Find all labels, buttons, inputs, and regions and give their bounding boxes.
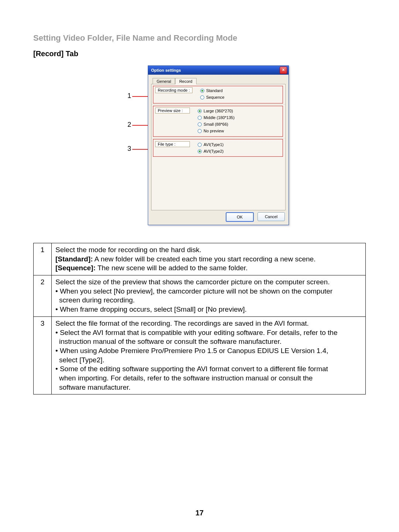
table-row: 3 Select the file format of the recordin…: [34, 316, 366, 394]
table-row: 1 Select the mode for recording on the h…: [34, 243, 366, 275]
group-preview-size: Preview size : Large (360*270) Middle (1…: [151, 105, 285, 138]
dialog-titlebar: Option settings ×: [148, 66, 289, 75]
tab-general[interactable]: General: [153, 78, 175, 84]
option-settings-dialog: Option settings × General Record Recordi…: [148, 65, 289, 225]
row-num: 2: [34, 275, 52, 317]
radio-avi-type1-label: AVI(Type1): [204, 142, 224, 147]
row-text: Select the size of the preview that show…: [52, 275, 366, 317]
radio-avi-type2[interactable]: [198, 149, 202, 153]
label-file-type: File type :: [155, 141, 190, 147]
page-number: 17: [0, 509, 399, 517]
radio-sequence-label: Sequence: [206, 95, 225, 99]
radio-avi-type1[interactable]: [198, 143, 202, 147]
radio-preview-none[interactable]: [198, 129, 202, 133]
tab-panel-record: Recording mode : Standard Sequence Prev: [151, 84, 286, 210]
row-text: Select the mode for recording on the har…: [52, 243, 366, 275]
cancel-button[interactable]: Cancel: [258, 212, 285, 221]
tab-record[interactable]: Record: [175, 78, 196, 84]
radio-preview-large[interactable]: [198, 109, 202, 113]
row-text: Select the file format of the recording.…: [52, 316, 366, 394]
radio-preview-middle[interactable]: [198, 116, 202, 120]
description-table: 1 Select the mode for recording on the h…: [33, 243, 366, 394]
section-title: Setting Video Folder, File Name and Reco…: [33, 33, 366, 43]
close-icon[interactable]: ×: [280, 67, 287, 74]
radio-preview-middle-label: Middle (180*135): [204, 115, 235, 120]
label-recording-mode: Recording mode :: [155, 87, 192, 93]
label-preview-size: Preview size :: [155, 108, 190, 113]
group-file-type: File type : AVI(Type1) AVI(Type2): [151, 138, 285, 158]
radio-preview-small[interactable]: [198, 122, 202, 126]
table-row: 2 Select the size of the preview that sh…: [34, 275, 366, 317]
dialog-screenshot: 1 2 3 Option settings × General Record R…: [96, 65, 303, 228]
radio-avi-type2-label: AVI(Type2): [204, 149, 224, 153]
radio-sequence[interactable]: [200, 95, 204, 99]
dialog-title: Option settings: [151, 66, 181, 75]
subsection-title: [Record] Tab: [33, 50, 366, 58]
ok-button[interactable]: OK: [226, 212, 254, 222]
callout-1: 1: [127, 92, 131, 100]
radio-standard[interactable]: [200, 89, 204, 93]
radio-standard-label: Standard: [206, 88, 223, 93]
radio-preview-none-label: No preview: [204, 129, 224, 133]
radio-preview-large-label: Large (360*270): [204, 109, 233, 113]
radio-preview-small-label: Small (88*66): [204, 122, 228, 126]
callout-2: 2: [127, 121, 131, 129]
group-recording-mode: Recording mode : Standard Sequence: [151, 84, 285, 105]
callout-3: 3: [127, 145, 131, 153]
row-num: 1: [34, 243, 52, 275]
row-num: 3: [34, 316, 52, 394]
